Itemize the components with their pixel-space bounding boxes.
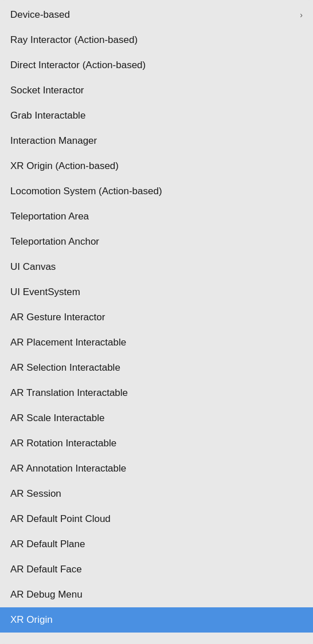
menu-item-label: AR Gesture Interactor	[10, 311, 105, 324]
menu-item-label: AR Rotation Interactable	[10, 437, 116, 450]
menu-item-label: AR Default Face	[10, 563, 82, 576]
menu-item[interactable]: AR Placement Interactable	[0, 330, 313, 355]
menu-item-label: AR Debug Menu	[10, 588, 83, 601]
menu-item-label: AR Session	[10, 488, 61, 500]
menu-item-label: AR Scale Interactable	[10, 412, 104, 425]
menu-item[interactable]: XR Origin	[0, 607, 313, 633]
menu-container: Device-based›Ray Interactor (Action-base…	[0, 0, 313, 644]
menu-item[interactable]: AR Default Plane	[0, 532, 313, 557]
menu-item[interactable]: Grab Interactable	[0, 103, 313, 128]
menu-item-label: AR Annotation Interactable	[10, 462, 126, 475]
menu-item[interactable]: Direct Interactor (Action-based)	[0, 53, 313, 78]
menu-item[interactable]: AR Debug Menu	[0, 582, 313, 607]
menu-item[interactable]: Locomotion System (Action-based)	[0, 179, 313, 204]
menu-item[interactable]: UI EventSystem	[0, 280, 313, 305]
menu-item[interactable]: Socket Interactor	[0, 78, 313, 103]
menu-item[interactable]: Interaction Manager	[0, 128, 313, 154]
menu-item-label: AR Selection Interactable	[10, 362, 120, 374]
menu-item[interactable]: AR Selection Interactable	[0, 355, 313, 380]
menu-item[interactable]: XR Origin (Action-based)	[0, 154, 313, 179]
menu-item-label: AR Default Plane	[10, 538, 85, 551]
menu-item-label: XR Origin	[10, 614, 53, 626]
menu-item-label: UI EventSystem	[10, 286, 80, 299]
menu-item-label: Ray Interactor (Action-based)	[10, 34, 138, 46]
menu-item-label: Teleportation Area	[10, 210, 89, 223]
menu-item-label: Socket Interactor	[10, 84, 84, 97]
menu-item[interactable]: Teleportation Anchor	[0, 229, 313, 254]
chevron-right-icon: ›	[300, 10, 303, 19]
menu-item[interactable]: AR Annotation Interactable	[0, 456, 313, 481]
menu-item-label: Teleportation Anchor	[10, 235, 99, 248]
menu-item[interactable]: AR Translation Interactable	[0, 380, 313, 406]
menu-item-label: AR Default Point Cloud	[10, 513, 111, 525]
menu-item-label: XR Origin (Action-based)	[10, 160, 119, 172]
menu-item[interactable]: AR Default Point Cloud	[0, 506, 313, 532]
menu-item[interactable]: AR Scale Interactable	[0, 406, 313, 431]
menu-item-label: AR Translation Interactable	[10, 387, 128, 399]
menu-item-label: Device-based	[10, 9, 70, 21]
menu-item[interactable]: AR Rotation Interactable	[0, 431, 313, 456]
menu-item[interactable]: Ray Interactor (Action-based)	[0, 28, 313, 53]
menu-item-label: AR Placement Interactable	[10, 336, 126, 349]
menu-item[interactable]: AR Gesture Interactor	[0, 305, 313, 330]
menu-item[interactable]: UI Canvas	[0, 254, 313, 280]
menu-item[interactable]: AR Default Face	[0, 557, 313, 582]
menu-item-label: UI Canvas	[10, 261, 56, 273]
menu-item-label: Grab Interactable	[10, 109, 85, 122]
menu-item[interactable]: Teleportation Area	[0, 204, 313, 229]
menu-item-label: Direct Interactor (Action-based)	[10, 59, 146, 72]
menu-item-label: Interaction Manager	[10, 135, 97, 147]
menu-item[interactable]: Device-based›	[0, 2, 313, 28]
menu-item-label: Locomotion System (Action-based)	[10, 185, 162, 198]
menu-item[interactable]: AR Session	[0, 481, 313, 506]
